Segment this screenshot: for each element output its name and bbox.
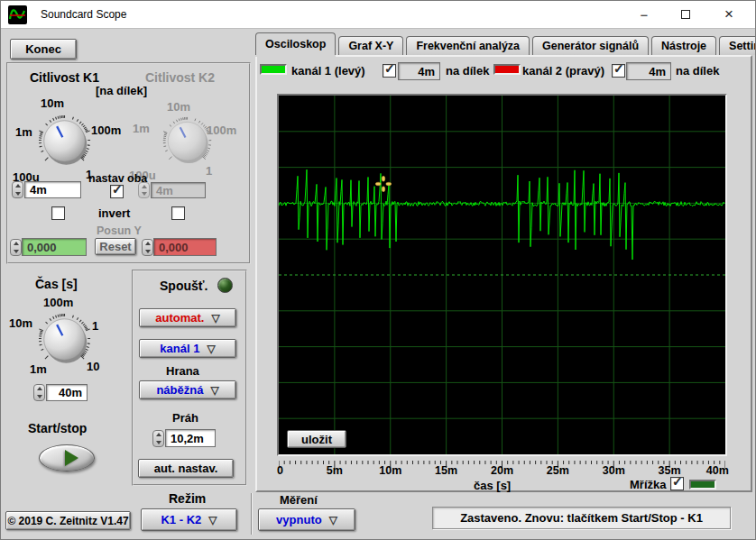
time-value-spinner[interactable] [33, 384, 45, 401]
start-stop-label: Start/stop [28, 421, 87, 435]
tab-n-stroje[interactable]: Nástroje [651, 36, 716, 55]
maximize-icon [681, 10, 690, 19]
x-tick-5m: 5m [327, 464, 343, 477]
copyright-button[interactable]: © 2019 C. Zeitnitz V1.47 [5, 511, 131, 530]
app-window: Soundcard Scope − × Konec Citlivost K1 C… [0, 0, 756, 540]
set-both-checkbox[interactable]: ✓ [110, 185, 124, 198]
trigger-edge-dropdown[interactable]: náběžná ▽ [139, 380, 236, 399]
channel2-unit-label: na dílek [676, 64, 719, 78]
window-title: Soundcard Scope [41, 8, 126, 21]
reset-button[interactable]: Reset [95, 238, 136, 255]
time-scale-100m: 100m [43, 296, 73, 309]
sensitivity-k2-title: Citlivost K2 [145, 70, 215, 85]
edge-label: Hrana [166, 364, 199, 378]
time-scale-10: 10 [87, 360, 99, 373]
scope-plot[interactable] [279, 96, 725, 454]
threshold-field[interactable]: 10,2m [165, 429, 216, 447]
k1-scale-100m: 100m [91, 124, 121, 137]
time-value-field[interactable]: 40m [46, 384, 88, 401]
chevron-down-icon: ▽ [211, 313, 219, 324]
title-bar: Soundcard Scope − × [1, 1, 756, 29]
cursor-crosshair-icon[interactable] [375, 176, 392, 192]
tab-settings[interactable]: Settings [719, 36, 756, 55]
time-scale-1m: 1m [30, 362, 47, 376]
tab-bar: OsciloskopGraf X-YFrekvenční analýzaGene… [255, 32, 756, 55]
k2-value-spinner[interactable] [138, 182, 150, 198]
k1-offset-field[interactable]: 0,000 [22, 238, 87, 256]
per-div-label: [na dílek] [96, 84, 147, 97]
threshold-label: Práh [172, 411, 198, 425]
x-tick-40m: 40m [706, 464, 729, 477]
trigger-channel-dropdown[interactable]: kanál 1 ▽ [139, 339, 236, 358]
k1-scale-10m: 10m [41, 96, 64, 110]
sensitivity-k1-knob[interactable] [37, 114, 93, 174]
k2-scale-1m: 1m [133, 122, 150, 135]
x-axis-title: čas [s] [474, 479, 511, 492]
x-tick-20m: 20m [491, 464, 513, 477]
trigger-panel [132, 270, 247, 486]
trigger-title: Spoušť. [160, 279, 207, 293]
sensitivity-k1-title: Citlivost K1 [30, 70, 99, 85]
x-tick-25m: 25m [547, 464, 569, 477]
x-tick-30m: 30m [603, 464, 625, 477]
grid-color-swatch[interactable] [689, 480, 716, 490]
trigger-mode-value: automat. [155, 311, 204, 325]
close-button[interactable]: × [708, 1, 750, 28]
channel2-enable-checkbox[interactable]: ✓ [612, 64, 625, 78]
channel2-color-swatch[interactable] [493, 64, 521, 75]
tab-graf-x-y[interactable]: Graf X-Y [338, 36, 403, 55]
bottom-divider [251, 493, 253, 535]
chevron-down-icon: ▽ [208, 515, 217, 526]
channel1-scale-field[interactable]: 4m [398, 62, 440, 80]
time-title: Čas [s] [35, 277, 78, 291]
play-icon [65, 450, 78, 466]
k1-offset-spinner[interactable] [10, 239, 22, 256]
x-axis-ruler [279, 456, 725, 464]
channel1-color-swatch[interactable] [260, 64, 287, 75]
chevron-down-icon: ▽ [329, 515, 337, 526]
k1-value-field[interactable]: 4m [24, 181, 81, 198]
save-button[interactable]: uložit [287, 430, 346, 448]
chevron-down-icon: ▽ [207, 343, 215, 354]
k2-invert-checkbox[interactable] [171, 206, 185, 220]
status-bar: Zastaveno. Znovu: tlačítkem Start/Stop -… [432, 507, 731, 529]
channel2-label: kanál 2 (pravý) [522, 64, 604, 78]
tab-osciloskop[interactable]: Osciloskop [255, 32, 336, 55]
minimize-button[interactable]: − [623, 1, 665, 28]
time-scale-10m: 10m [9, 316, 32, 330]
app-icon [8, 5, 27, 24]
threshold-spinner[interactable] [152, 430, 164, 447]
tab-frekven-n-anal-za[interactable]: Frekvenční analýza [406, 36, 530, 55]
k2-scale-100m: 100m [207, 124, 236, 137]
chevron-down-icon: ▽ [210, 385, 218, 396]
measure-dropdown[interactable]: vypnuto ▽ [258, 508, 355, 531]
x-tick-15m: 15m [435, 464, 457, 477]
time-scale-1: 1 [92, 319, 98, 333]
grid-checkbox[interactable]: ✓ [670, 477, 684, 490]
x-axis-labels: 05m10m15m20m25m30m35m40m [279, 464, 725, 478]
trigger-channel-value: kanál 1 [160, 342, 199, 355]
measure-value: vypnuto [276, 513, 322, 526]
mode-value: K1 - K2 [161, 513, 201, 526]
trigger-edge-value: náběžná [156, 383, 203, 397]
mode-dropdown[interactable]: K1 - K2 ▽ [141, 508, 237, 531]
start-stop-button[interactable] [39, 444, 95, 471]
k2-offset-field[interactable]: 0,000 [153, 238, 217, 256]
auto-set-button[interactable]: aut. nastav. [138, 459, 234, 478]
tab-gener-tor-sign-l-[interactable]: Generátor signálů [532, 36, 649, 55]
channel1-unit-label: na dílek [446, 64, 489, 78]
konec-button[interactable]: Konec [10, 39, 77, 59]
k2-offset-spinner[interactable] [142, 239, 153, 256]
channel1-label: kanál 1 (levý) [291, 64, 365, 78]
trigger-led [217, 278, 233, 293]
channel1-enable-checkbox[interactable]: ✓ [383, 64, 396, 78]
k2-scale-1: 1 [206, 164, 212, 178]
channel2-scale-field[interactable]: 4m [626, 62, 671, 80]
k1-invert-checkbox[interactable] [51, 206, 65, 220]
trigger-mode-dropdown[interactable]: automat. ▽ [139, 308, 236, 327]
k1-value-spinner[interactable] [12, 181, 23, 198]
maximize-button[interactable] [665, 1, 706, 28]
k2-value-field[interactable]: 4m [151, 182, 206, 198]
scope-display[interactable] [277, 94, 727, 456]
k1-scale-1m: 1m [15, 125, 32, 139]
